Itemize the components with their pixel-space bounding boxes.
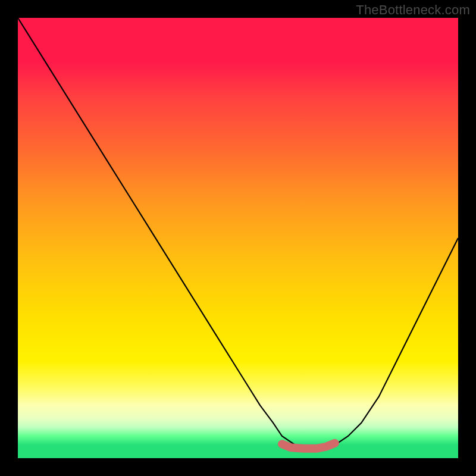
watermark-text: TheBottleneck.com bbox=[356, 2, 470, 18]
curve-svg bbox=[18, 18, 458, 458]
plot-area bbox=[18, 18, 458, 458]
chart-container: TheBottleneck.com bbox=[0, 0, 476, 476]
optimal-marker-path bbox=[282, 443, 335, 449]
bottleneck-curve-path bbox=[18, 18, 458, 449]
